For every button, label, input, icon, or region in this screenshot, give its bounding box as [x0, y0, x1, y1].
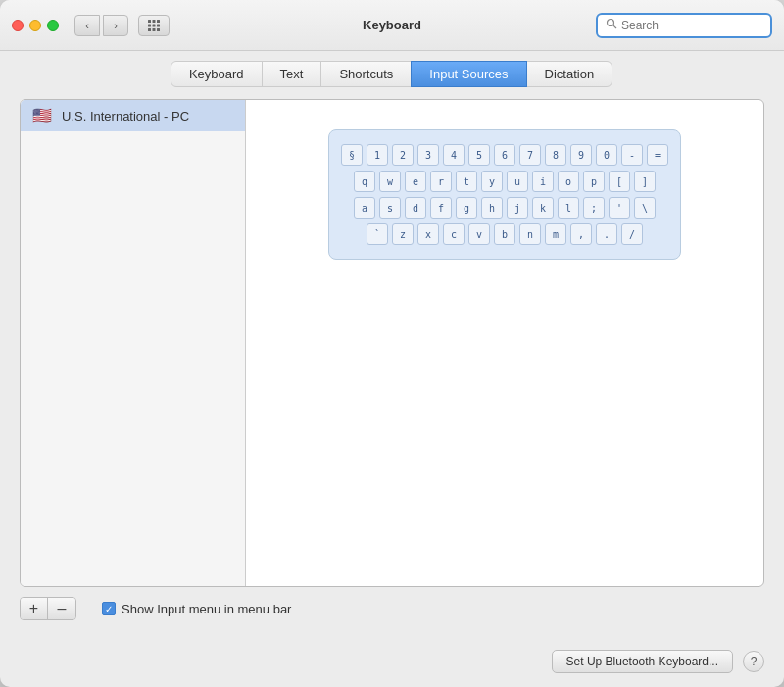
keyboard-preview: § 1 2 3 4 5 6 7 8 9 0 - = — [246, 100, 763, 586]
svg-point-9 — [608, 20, 614, 26]
key-b: b — [494, 223, 515, 245]
source-label: U.S. International - PC — [62, 109, 189, 123]
key-u: u — [507, 171, 528, 192]
key-e: e — [405, 171, 426, 192]
key-s: s — [379, 197, 401, 219]
main-panel: 🇺🇸 U.S. International - PC § 1 2 3 4 5 6 — [20, 99, 764, 587]
svg-rect-6 — [148, 28, 151, 31]
back-button[interactable]: ‹ — [74, 15, 100, 36]
svg-rect-8 — [157, 28, 160, 31]
key-2: 2 — [392, 144, 414, 166]
key-t: t — [456, 171, 477, 192]
svg-rect-0 — [148, 20, 151, 23]
close-button[interactable] — [12, 20, 24, 31]
key-m: m — [545, 223, 566, 245]
key-l: l — [558, 197, 579, 219]
tab-dictation[interactable]: Dictation — [526, 61, 613, 87]
tab-shortcuts[interactable]: Shortcuts — [320, 61, 412, 87]
key-9: 9 — [570, 144, 592, 166]
titlebar: ‹ › Keyboard — [0, 0, 784, 51]
key-equals: = — [647, 144, 668, 166]
key-i: i — [532, 171, 554, 192]
key-semicolon: ; — [583, 197, 605, 219]
show-menu-bar-label: Show Input menu in menu bar — [122, 602, 291, 616]
key-r: r — [430, 171, 452, 192]
key-section: § — [341, 144, 363, 166]
search-icon — [606, 18, 617, 32]
key-period: . — [596, 223, 617, 245]
forward-button[interactable]: › — [103, 15, 128, 36]
key-k: k — [532, 197, 554, 219]
grid-icon — [147, 19, 161, 32]
key-y: y — [481, 171, 503, 192]
key-p: p — [583, 171, 605, 192]
key-slash: / — [621, 223, 643, 245]
keyboard-row-3: ` z x c v b n m , . / — [345, 223, 664, 245]
key-v: v — [468, 223, 490, 245]
key-j: j — [507, 197, 528, 219]
tabbar: Keyboard Text Shortcuts Input Sources Di… — [0, 51, 784, 87]
maximize-button[interactable] — [47, 20, 59, 31]
key-g: g — [456, 197, 477, 219]
remove-source-button[interactable]: – — [48, 598, 75, 619]
key-rbracket: ] — [634, 171, 656, 192]
bluetooth-keyboard-button[interactable]: Set Up Bluetooth Keyboard... — [552, 650, 733, 673]
key-6: 6 — [494, 144, 515, 166]
keyboard-row-1: q w e r t y u i o p [ ] — [345, 171, 664, 192]
bottom-bar: + – ✓ Show Input menu in menu bar — [20, 587, 764, 630]
svg-rect-2 — [157, 20, 160, 23]
key-4: 4 — [443, 144, 465, 166]
keyboard-row-0: § 1 2 3 4 5 6 7 8 9 0 - = — [345, 144, 664, 166]
search-input[interactable] — [621, 19, 762, 32]
keyboard-row-2: a s d f g h j k l ; ' \ — [345, 197, 664, 219]
key-a: a — [354, 197, 375, 219]
add-remove-buttons: + – — [20, 597, 76, 620]
key-x: x — [417, 223, 439, 245]
window-title: Keyboard — [363, 18, 421, 32]
search-bar[interactable] — [596, 13, 772, 38]
key-c: c — [443, 223, 465, 245]
key-3: 3 — [417, 144, 439, 166]
show-menu-bar-checkbox[interactable]: ✓ — [102, 602, 116, 615]
show-menu-bar-row: ✓ Show Input menu in menu bar — [102, 602, 291, 616]
key-8: 8 — [545, 144, 566, 166]
key-backtick: ` — [367, 223, 388, 245]
add-source-button[interactable]: + — [21, 598, 48, 619]
source-item-us-intl-pc[interactable]: 🇺🇸 U.S. International - PC — [21, 100, 245, 131]
key-quote: ' — [609, 197, 630, 219]
tab-text[interactable]: Text — [262, 61, 322, 87]
key-q: q — [354, 171, 375, 192]
key-d: d — [405, 197, 426, 219]
key-0: 0 — [596, 144, 617, 166]
svg-rect-5 — [157, 24, 160, 26]
key-lbracket: [ — [609, 171, 630, 192]
key-h: h — [481, 197, 503, 219]
keyboard-visual: § 1 2 3 4 5 6 7 8 9 0 - = — [328, 129, 681, 260]
help-button[interactable]: ? — [743, 651, 764, 672]
key-5: 5 — [468, 144, 490, 166]
key-w: w — [379, 171, 401, 192]
nav-buttons: ‹ › — [74, 15, 128, 36]
key-backslash: \ — [634, 197, 656, 219]
svg-rect-3 — [148, 24, 151, 26]
traffic-lights — [12, 20, 59, 31]
svg-rect-4 — [153, 24, 156, 26]
key-7: 7 — [519, 144, 541, 166]
flag-icon: 🇺🇸 — [32, 108, 54, 123]
footer: Set Up Bluetooth Keyboard... ? — [0, 642, 784, 687]
tab-keyboard[interactable]: Keyboard — [171, 61, 263, 87]
svg-line-10 — [613, 25, 616, 28]
key-z: z — [392, 223, 414, 245]
svg-rect-1 — [153, 20, 156, 23]
key-f: f — [430, 197, 452, 219]
key-minus: - — [621, 144, 643, 166]
sources-list: 🇺🇸 U.S. International - PC — [21, 100, 246, 586]
key-comma: , — [570, 223, 592, 245]
tab-input-sources[interactable]: Input Sources — [411, 61, 526, 87]
content-area: 🇺🇸 U.S. International - PC § 1 2 3 4 5 6 — [0, 87, 784, 642]
grid-button[interactable] — [138, 15, 170, 36]
key-o: o — [558, 171, 579, 192]
svg-rect-7 — [153, 28, 156, 31]
key-n: n — [519, 223, 541, 245]
minimize-button[interactable] — [29, 20, 41, 31]
